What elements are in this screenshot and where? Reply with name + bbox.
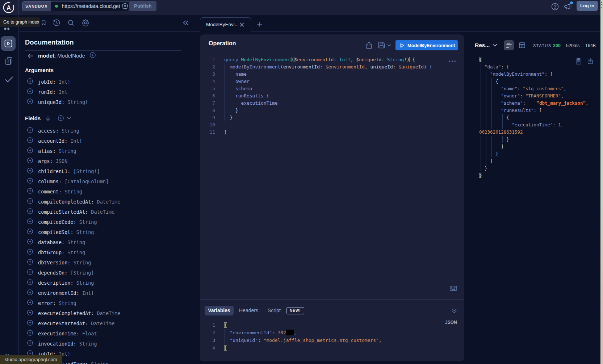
argument-type[interactable]: Int! — [59, 79, 71, 85]
add-field-icon[interactable] — [27, 300, 33, 305]
argument-name[interactable]: jobId: — [38, 79, 56, 85]
field-type[interactable]: DateTime — [97, 310, 121, 316]
tab-variables[interactable]: Variables — [205, 306, 234, 315]
collapse-variables-icon[interactable] — [452, 308, 457, 314]
endpoint-settings-icon[interactable] — [122, 3, 128, 9]
add-field-icon[interactable] — [27, 168, 33, 173]
close-tab-icon[interactable] — [239, 22, 244, 27]
field-name[interactable]: dbtVersion: — [38, 260, 70, 265]
field-name[interactable]: args: — [38, 158, 53, 164]
tab-headers[interactable]: Headers — [239, 307, 258, 313]
collapse-panel-icon[interactable] — [183, 20, 189, 26]
add-field-icon[interactable] — [27, 158, 33, 163]
history-icon[interactable] — [53, 19, 60, 26]
field-type[interactable]: String — [74, 260, 91, 265]
add-field-icon[interactable] — [27, 249, 33, 255]
field-type[interactable]: Float — [82, 331, 97, 336]
field-type[interactable]: String — [76, 280, 94, 286]
response-menu-chevron-icon[interactable] — [493, 44, 497, 47]
field-type[interactable]: Int! — [82, 290, 94, 296]
operation-menu-icon[interactable] — [449, 60, 456, 62]
settings-gear-icon[interactable] — [82, 19, 89, 26]
argument-type[interactable]: Int — [59, 89, 67, 95]
field-name[interactable]: invocationId: — [38, 341, 76, 347]
field-type[interactable]: Int! — [70, 138, 82, 144]
add-all-fields-icon[interactable] — [58, 115, 64, 121]
field-name[interactable]: executionTime: — [38, 331, 79, 336]
help-icon[interactable] — [551, 3, 559, 11]
schema-icon[interactable] — [5, 57, 13, 66]
add-field-icon[interactable] — [27, 99, 33, 104]
add-field-icon[interactable] — [27, 147, 33, 153]
field-type[interactable]: String — [79, 219, 97, 225]
field-name[interactable]: database: — [38, 239, 64, 245]
field-name[interactable]: access: — [38, 128, 59, 134]
add-field-icon[interactable] — [27, 229, 33, 234]
add-field-icon[interactable] — [27, 279, 33, 285]
response-json[interactable]: { "data": { "modelByEnvironment": [ { "n… — [479, 56, 593, 179]
field-type[interactable]: String — [59, 148, 76, 154]
tab-script[interactable]: Script — [268, 307, 281, 313]
add-field-icon[interactable] — [27, 188, 33, 194]
field-type[interactable]: String — [79, 341, 97, 347]
field-name[interactable]: dbtGroup: — [38, 250, 64, 255]
add-field-icon[interactable] — [27, 340, 33, 346]
field-name[interactable]: error: — [38, 300, 56, 306]
add-field-icon[interactable] — [27, 320, 33, 326]
argument-name[interactable]: runId: — [38, 89, 56, 95]
response-format-raw-button[interactable] — [504, 40, 514, 50]
sandbox-badge[interactable]: SANDBOX — [22, 1, 51, 11]
save-menu-chevron-icon[interactable] — [387, 44, 391, 47]
table-view-icon[interactable] — [519, 42, 525, 48]
add-field-icon[interactable] — [27, 208, 33, 214]
add-field-icon[interactable] — [27, 137, 33, 143]
save-icon[interactable] — [378, 42, 385, 49]
keyboard-shortcuts-icon[interactable] — [450, 286, 457, 291]
share-icon[interactable] — [366, 42, 372, 49]
add-field-icon[interactable] — [27, 88, 33, 94]
field-type[interactable]: String — [62, 128, 79, 134]
explorer-icon[interactable] — [4, 39, 12, 47]
operation-editor[interactable]: 1query ModelByEnvironment($environmentId… — [200, 56, 432, 136]
bookmark-icon[interactable] — [41, 20, 46, 26]
variables-editor[interactable]: 1{2 "environmentId": 782,3 "uniqueId": "… — [200, 321, 382, 352]
field-type[interactable]: DateTime — [91, 209, 114, 215]
field-type[interactable]: DateTime — [97, 199, 121, 205]
field-name[interactable]: compileStartedAt: — [38, 209, 88, 215]
field-type[interactable]: String — [76, 229, 94, 235]
field-name[interactable]: dependsOn: — [38, 270, 67, 276]
field-name[interactable]: executeCompletedAt: — [38, 310, 94, 316]
field-name[interactable]: description: — [38, 280, 74, 286]
field-name[interactable]: compiledCode: — [38, 219, 76, 225]
field-type[interactable]: String — [91, 361, 109, 364]
field-type[interactable]: [String!] — [74, 168, 100, 174]
add-field-icon[interactable] — [27, 178, 33, 184]
apollo-logo[interactable]: A — [2, 1, 15, 14]
field-type[interactable]: JSON — [56, 158, 68, 164]
field-name[interactable]: alias: — [38, 148, 56, 154]
add-field-icon[interactable] — [27, 330, 33, 336]
field-type[interactable]: DateTime — [91, 321, 114, 326]
sort-fields-icon[interactable] — [45, 116, 51, 121]
back-arrow-icon[interactable] — [28, 53, 34, 59]
field-name[interactable]: accountId: — [38, 138, 67, 144]
add-field-icon[interactable] — [27, 198, 33, 204]
publish-button[interactable]: Publish — [129, 1, 156, 11]
field-name[interactable]: environmentId: — [38, 290, 79, 296]
endpoint-url-input[interactable]: https://metadata.cloud.getdbt.com — [62, 3, 120, 9]
field-name[interactable]: comment: — [38, 189, 62, 194]
argument-name[interactable]: uniqueId: — [38, 99, 64, 105]
add-field-icon[interactable] — [27, 239, 33, 244]
add-field-icon[interactable] — [27, 289, 33, 295]
new-tab-icon[interactable] — [256, 21, 263, 28]
field-type[interactable]: [CatalogColumn] — [64, 179, 109, 184]
field-type[interactable]: String — [59, 300, 76, 306]
checklist-icon[interactable] — [5, 76, 13, 83]
field-type[interactable]: [String] — [70, 270, 94, 276]
field-type[interactable]: String — [64, 189, 82, 194]
login-button[interactable]: Log in — [577, 1, 598, 11]
field-type[interactable]: String — [67, 250, 85, 255]
run-operation-button[interactable]: ModelByEnvironment — [395, 40, 458, 50]
add-type-icon[interactable] — [90, 52, 96, 58]
field-name[interactable]: childrenL1: — [38, 168, 70, 174]
